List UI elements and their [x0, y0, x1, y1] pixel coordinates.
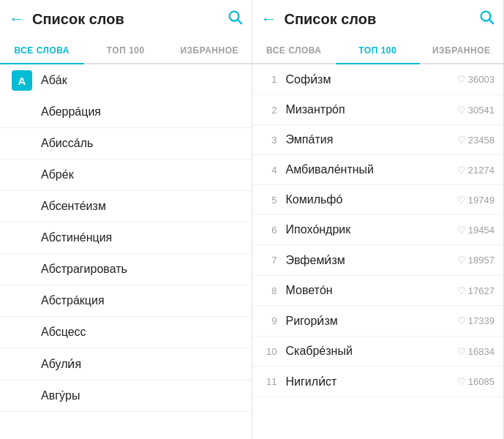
svg-line-3 — [489, 20, 493, 23]
right-tab-all[interactable]: ВСЕ СЛОВА — [252, 38, 336, 63]
heart-icon-7: ♡ — [457, 255, 466, 266]
top-word-4: Амбивалéнтный — [286, 163, 457, 176]
word-item[interactable]: Абсентéизм — [0, 191, 252, 222]
word-item[interactable]: Аберрáция — [0, 97, 252, 128]
right-title: Список слов — [285, 11, 479, 28]
rank-4: 4 — [261, 165, 277, 176]
left-header: ← Список слов — [0, 0, 252, 38]
section-a-header: А Абáк — [0, 64, 252, 97]
right-panel: ← Список слов ВСЕ СЛОВА ТОП 100 ИЗБРАННО… — [252, 0, 505, 439]
left-word-list: А Абáк Аберрáция Абиссáль Абрéк Абсентéи… — [0, 64, 252, 439]
top-word-5: Комильфó — [286, 193, 457, 206]
right-tabs: ВСЕ СЛОВА ТОП 100 ИЗБРАННОЕ — [252, 38, 504, 64]
likes-7: ♡ 18957 — [457, 255, 494, 266]
heart-icon-8: ♡ — [457, 285, 466, 296]
heart-icon-3: ♡ — [457, 135, 466, 146]
left-back-icon[interactable]: ← — [9, 10, 25, 29]
left-tab-top100[interactable]: ТОП 100 — [84, 38, 168, 63]
top-word-9: Ригори́зм — [286, 314, 457, 328]
heart-icon-1: ♡ — [457, 74, 466, 85]
rank-8: 8 — [261, 285, 277, 296]
left-tab-favorites[interactable]: ИЗБРАННОЕ — [168, 38, 252, 63]
rank-11: 11 — [261, 376, 277, 387]
top-item-3[interactable]: 3 Эмпáтия ♡ 23458 — [252, 125, 504, 155]
top-word-11: Нигили́ст — [286, 375, 457, 389]
likes-5: ♡ 19749 — [457, 195, 494, 206]
word-item[interactable]: Абиссáль — [0, 128, 252, 160]
rank-2: 2 — [261, 105, 277, 116]
right-tab-top100[interactable]: ТОП 100 — [336, 38, 420, 63]
word-item[interactable]: Абстрáкция — [0, 285, 252, 317]
word-item[interactable]: Абстрагировать — [0, 254, 252, 285]
top-item-5[interactable]: 5 Комильфó ♡ 19749 — [252, 185, 504, 215]
likes-3: ♡ 23458 — [457, 135, 494, 146]
word-item[interactable]: Абсцесс — [0, 317, 252, 348]
top-item-7[interactable]: 7 Эвфеми́зм ♡ 18957 — [252, 245, 504, 276]
left-title: Список слов — [32, 11, 227, 28]
rank-1: 1 — [261, 74, 277, 85]
rank-3: 3 — [261, 135, 277, 146]
heart-icon-11: ♡ — [457, 376, 466, 387]
top-word-1: Софи́зм — [286, 72, 457, 86]
top-word-6: Ипохóндрик — [286, 223, 457, 236]
likes-10: ♡ 16834 — [457, 346, 494, 357]
top-item-11[interactable]: 11 Нигили́ст ♡ 16085 — [252, 367, 504, 397]
likes-9: ♡ 17339 — [457, 315, 494, 326]
top-word-2: Мизантрóп — [286, 103, 457, 116]
heart-icon-2: ♡ — [457, 105, 466, 116]
word-item[interactable]: Абстинéнция — [0, 222, 252, 254]
right-back-icon[interactable]: ← — [261, 10, 277, 29]
top-item-1[interactable]: 1 Софи́зм ♡ 36003 — [252, 64, 504, 95]
left-panel: ← Список слов ВСЕ СЛОВА ТОП 100 ИЗБРАННО… — [0, 0, 252, 439]
word-item[interactable]: Авгýры — [0, 380, 252, 412]
likes-4: ♡ 21274 — [457, 165, 494, 176]
top-item-6[interactable]: 6 Ипохóндрик ♡ 19454 — [252, 215, 504, 245]
top-item-10[interactable]: 10 Скабрéзный ♡ 16834 — [252, 337, 504, 367]
top-word-8: Моветóн — [286, 284, 457, 297]
heart-icon-6: ♡ — [457, 225, 466, 236]
top-item-8[interactable]: 8 Моветóн ♡ 17627 — [252, 276, 504, 306]
right-tab-favorites[interactable]: ИЗБРАННОЕ — [420, 38, 504, 63]
top-word-7: Эвфеми́зм — [286, 253, 457, 267]
top-item-4[interactable]: 4 Амбивалéнтный ♡ 21274 — [252, 155, 504, 185]
rank-6: 6 — [261, 225, 277, 236]
rank-5: 5 — [261, 195, 277, 206]
right-header: ← Список слов — [252, 0, 504, 38]
first-word[interactable]: Абáк — [41, 74, 240, 87]
heart-icon-9: ♡ — [457, 315, 466, 326]
word-item[interactable]: Абрéк — [0, 160, 252, 191]
right-search-icon[interactable] — [478, 9, 494, 29]
likes-2: ♡ 30541 — [457, 105, 494, 116]
left-tabs: ВСЕ СЛОВА ТОП 100 ИЗБРАННОЕ — [0, 38, 252, 64]
rank-9: 9 — [261, 315, 277, 326]
likes-8: ♡ 17627 — [457, 285, 494, 296]
likes-11: ♡ 16085 — [457, 376, 494, 387]
left-search-icon[interactable] — [227, 9, 243, 29]
likes-1: ♡ 36003 — [457, 74, 494, 85]
heart-icon-5: ♡ — [457, 195, 466, 206]
heart-icon-10: ♡ — [457, 346, 466, 357]
top-word-3: Эмпáтия — [286, 133, 457, 146]
right-top-list: 1 Софи́зм ♡ 36003 2 Мизантрóп ♡ 30541 3 … — [252, 64, 504, 439]
heart-icon-4: ♡ — [457, 165, 466, 176]
left-tab-all[interactable]: ВСЕ СЛОВА — [0, 38, 84, 63]
rank-10: 10 — [261, 346, 277, 357]
likes-6: ♡ 19454 — [457, 225, 494, 236]
section-letter-a: А — [12, 70, 32, 91]
rank-7: 7 — [261, 255, 277, 266]
top-item-9[interactable]: 9 Ригори́зм ♡ 17339 — [252, 306, 504, 337]
svg-line-1 — [238, 20, 241, 23]
top-item-2[interactable]: 2 Мизантрóп ♡ 30541 — [252, 95, 504, 125]
top-word-10: Скабрéзный — [286, 345, 457, 358]
word-item[interactable]: Абули́я — [0, 348, 252, 380]
